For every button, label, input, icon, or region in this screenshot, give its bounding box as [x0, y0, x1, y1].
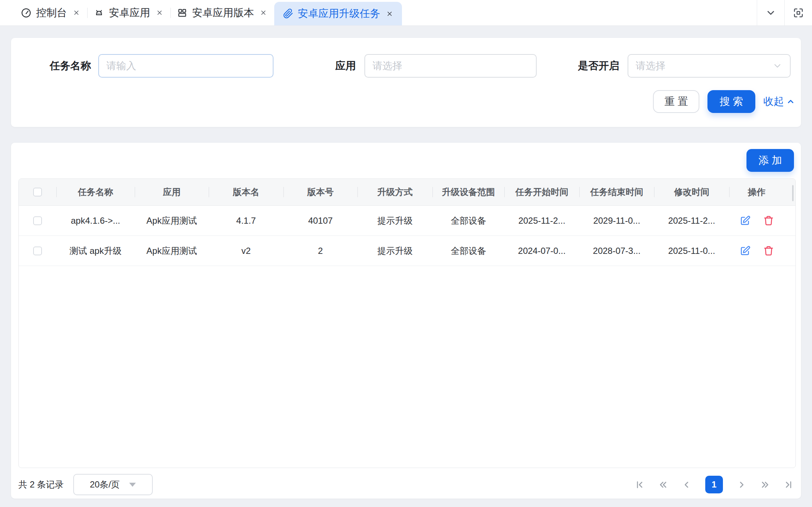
tab-console[interactable]: 控制台 — [15, 0, 87, 26]
cell-task-name: 测试 apk升级 — [56, 245, 135, 257]
tabbar-actions — [757, 0, 812, 25]
tab-label: 控制台 — [36, 6, 67, 20]
row-checkbox[interactable] — [33, 216, 42, 225]
row-select-cell — [19, 216, 56, 225]
footer-left: 共 2 条记录 20条/页 — [18, 474, 153, 495]
fullscreen-icon — [792, 7, 804, 19]
tab-label: 安卓应用升级任务 — [298, 7, 380, 21]
next-group-button[interactable] — [760, 480, 770, 490]
cell-actions — [729, 245, 784, 256]
cell-end-time: 2029-11-0... — [579, 216, 654, 226]
tabs-dropdown-button[interactable] — [757, 0, 784, 26]
column-header-version-name: 版本名 — [209, 186, 283, 198]
tab-label: 安卓应用 — [109, 6, 150, 20]
close-icon[interactable] — [156, 9, 163, 16]
first-page-button[interactable] — [635, 480, 645, 490]
select-all-checkbox[interactable] — [33, 188, 42, 196]
cell-version-code: 2 — [283, 246, 357, 256]
cell-modified-time: 2025-11-0... — [654, 246, 729, 256]
cell-start-time: 2024-07-0... — [504, 246, 579, 256]
column-header-device-scope: 升级设备范围 — [433, 186, 504, 198]
column-header-task-name: 任务名称 — [56, 186, 135, 198]
table-toolbar: 添 加 — [11, 143, 801, 172]
cell-app: Apk应用测试 — [135, 215, 209, 227]
filter-fields-row: 任务名称 应用 是否开启 请选择 — [11, 38, 801, 78]
delete-icon[interactable] — [763, 215, 774, 226]
close-icon[interactable] — [260, 9, 267, 16]
edit-icon[interactable] — [739, 245, 751, 256]
cell-upgrade-method: 提示升级 — [357, 215, 433, 227]
cell-device-scope: 全部设备 — [433, 215, 504, 227]
app-select-input[interactable] — [373, 60, 529, 72]
tab-android-app-versions[interactable]: 安卓应用版本 — [171, 0, 274, 26]
reset-button[interactable]: 重 置 — [653, 90, 699, 113]
current-page[interactable]: 1 — [705, 476, 723, 493]
cell-start-time: 2025-11-2... — [504, 216, 579, 226]
collapse-toggle[interactable]: 收起 — [763, 95, 795, 109]
screen: 控制台 安卓应用 安卓应用 — [0, 0, 812, 507]
caret-down-icon — [129, 483, 136, 487]
table-row: 测试 apk升级 Apk应用测试 v2 2 提示升级 全部设备 2024-07-… — [19, 236, 795, 266]
column-header-version-code: 版本号 — [283, 186, 357, 198]
paperclip-icon — [283, 8, 293, 19]
chevron-down-icon — [772, 61, 783, 71]
app-select-wrap — [364, 54, 537, 78]
enabled-select[interactable]: 请选择 — [628, 54, 791, 78]
cell-modified-time: 2025-11-2... — [654, 216, 729, 226]
table-footer: 共 2 条记录 20条/页 1 — [18, 473, 794, 496]
table-panel: 添 加 任务名称 应用 版本名 版本号 升级方式 升级设备范围 任务开始时间 任… — [11, 143, 801, 499]
column-header-actions: 操作 — [729, 186, 784, 198]
filter-task-name: 任务名称 — [22, 54, 273, 78]
chevron-down-icon — [765, 7, 776, 18]
cell-version-code: 40107 — [283, 216, 357, 226]
filter-enabled: 是否开启 请选择 — [576, 54, 791, 78]
next-page-button[interactable] — [737, 480, 746, 490]
prev-page-button[interactable] — [682, 480, 692, 490]
prev-group-button[interactable] — [658, 480, 668, 490]
page-size-select[interactable]: 20条/页 — [73, 474, 153, 495]
tab-android-app-upgrade-tasks[interactable]: 安卓应用升级任务 — [274, 2, 402, 25]
fullscreen-button[interactable] — [785, 0, 812, 26]
column-header-upgrade-method: 升级方式 — [357, 186, 433, 198]
delete-icon[interactable] — [763, 245, 774, 256]
cell-device-scope: 全部设备 — [433, 245, 504, 257]
cell-end-time: 2028-07-3... — [579, 246, 654, 256]
search-button[interactable]: 搜 索 — [707, 90, 755, 113]
add-button[interactable]: 添 加 — [746, 149, 794, 172]
tab-bar: 控制台 安卓应用 安卓应用 — [0, 0, 812, 26]
table-scrollbar[interactable] — [792, 185, 794, 201]
table-header-row: 任务名称 应用 版本名 版本号 升级方式 升级设备范围 任务开始时间 任务结束时… — [19, 179, 795, 206]
last-page-button[interactable] — [784, 480, 794, 490]
cell-upgrade-method: 提示升级 — [357, 245, 433, 257]
filter-actions: 重 置 搜 索 收起 — [11, 90, 801, 113]
column-header-app: 应用 — [135, 186, 209, 198]
row-checkbox[interactable] — [33, 247, 42, 255]
versions-icon — [177, 7, 188, 18]
page-size-value: 20条/页 — [90, 479, 120, 490]
row-select-cell — [19, 247, 56, 255]
cell-task-name: apk4.1.6->... — [56, 216, 135, 226]
enabled-select-placeholder: 请选择 — [636, 59, 772, 72]
column-header-start-time: 任务开始时间 — [504, 186, 579, 198]
cell-actions — [729, 215, 784, 226]
close-icon[interactable] — [73, 9, 80, 16]
app-label: 应用 — [333, 59, 356, 73]
cell-app: Apk应用测试 — [135, 245, 209, 257]
android-icon — [93, 7, 105, 18]
task-name-input[interactable] — [106, 60, 265, 72]
cell-version-name: v2 — [209, 246, 283, 256]
task-name-label: 任务名称 — [22, 59, 91, 73]
tab-label: 安卓应用版本 — [192, 6, 254, 20]
cell-version-name: 4.1.7 — [209, 216, 283, 226]
dashboard-icon — [21, 7, 32, 18]
filter-app: 应用 — [333, 54, 537, 78]
close-icon[interactable] — [386, 10, 393, 17]
chevron-up-icon — [786, 97, 795, 106]
task-name-input-wrap — [98, 54, 273, 78]
edit-icon[interactable] — [739, 215, 751, 226]
column-header-modified-time: 修改时间 — [654, 186, 729, 198]
tab-android-apps[interactable]: 安卓应用 — [88, 0, 170, 26]
pagination: 1 — [635, 476, 794, 493]
table-row: apk4.1.6->... Apk应用测试 4.1.7 40107 提示升级 全… — [19, 206, 795, 236]
select-all-cell — [19, 188, 56, 196]
